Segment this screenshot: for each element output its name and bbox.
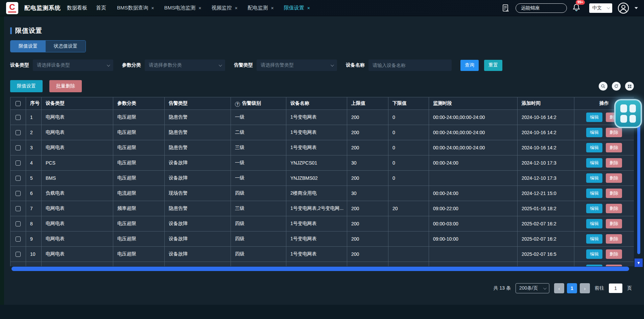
col-header-monitor-period: 监测时段 — [429, 97, 518, 110]
edit-button[interactable]: 编辑 — [586, 219, 602, 228]
cell-device-name: 1号变电网表 — [286, 216, 347, 231]
help-icon[interactable]: ? — [235, 102, 240, 107]
cell-monitor-period: 00:00-03:00 — [429, 216, 518, 231]
menu-item-home[interactable]: 首页 — [96, 5, 106, 11]
param-category-select[interactable]: 请选择参数分类 — [145, 59, 225, 71]
notifications-button[interactable]: 99+ — [572, 3, 580, 13]
delete-button[interactable]: 删除 — [606, 219, 622, 228]
edit-button[interactable]: 编辑 — [586, 158, 602, 168]
cell-device-type: 电网电表 — [42, 125, 113, 140]
cell-alarm-type: 隐患告警 — [165, 201, 231, 216]
device-type-select[interactable]: 请选择设备类型 — [33, 59, 113, 71]
delete-button[interactable]: 删除 — [606, 189, 622, 198]
row-checkbox[interactable] — [16, 206, 21, 211]
nav-tab-2[interactable]: BMS电池监测× — [164, 5, 201, 11]
cell-alarm-type: 设备故障 — [165, 231, 231, 247]
tab-limit-settings[interactable]: 限值设置 — [10, 41, 46, 52]
table-row: 2电网电表电压超限隐患告警二级1号变电网表200000:00-24:00,00:… — [10, 125, 634, 140]
cell-device-name: 1号变电网表 — [286, 125, 347, 140]
goto-page-input[interactable] — [609, 284, 622, 293]
cell-device-name: 2楼商业用电 — [286, 186, 347, 201]
query-button[interactable]: 查询 — [460, 60, 479, 71]
delete-button[interactable]: 删除 — [606, 265, 622, 266]
select-all-checkbox[interactable] — [16, 101, 21, 106]
next-page-button[interactable]: › — [580, 283, 590, 293]
floating-quick-menu-button[interactable] — [614, 99, 642, 128]
page-title: 限值设置 — [15, 26, 42, 35]
table-header-row: 序号 设备类型 参数分类 告警类型 ?告警级别 设备名称 上限值 下限值 监测时… — [10, 97, 634, 110]
cell-monitor-period: 00:00-24:00,00:00-24:00 — [429, 140, 518, 155]
cell-alarm-type: 设备故障 — [165, 171, 231, 186]
delete-button[interactable]: 删除 — [606, 158, 622, 168]
edit-button[interactable]: 编辑 — [586, 204, 602, 213]
table-search-button[interactable] — [599, 82, 607, 91]
row-checkbox[interactable] — [16, 191, 21, 196]
table-columns-button[interactable] — [625, 82, 634, 91]
col-header-device-name: 设备名称 — [286, 97, 347, 110]
limit-setting-button[interactable]: 限值设置 — [10, 80, 43, 92]
horizontal-scrollbar-thumb[interactable] — [11, 267, 629, 271]
reset-button[interactable]: 重置 — [484, 60, 502, 71]
cell-alarm-level: 一级 — [231, 110, 286, 125]
row-checkbox[interactable] — [16, 115, 21, 120]
row-checkbox[interactable] — [16, 176, 21, 181]
current-page-button[interactable]: 1 — [567, 283, 577, 293]
row-checkbox[interactable] — [16, 130, 21, 135]
station-selector[interactable]: 远能锦座 — [516, 3, 567, 13]
user-menu-caret-icon[interactable] — [635, 7, 638, 9]
batch-delete-button[interactable]: 批量删除 — [49, 80, 82, 92]
edit-button[interactable]: 编辑 — [586, 265, 602, 266]
nav-tab-4[interactable]: 配电监测× — [248, 5, 274, 11]
menu-item-dashboard[interactable]: 数据看板 — [67, 5, 87, 11]
delete-button[interactable]: 删除 — [606, 173, 622, 183]
nav-tab-3[interactable]: 视频监控× — [211, 5, 237, 11]
cell-index: 9 — [26, 231, 42, 247]
row-checkbox[interactable] — [16, 237, 21, 242]
row-checkbox[interactable] — [16, 221, 21, 226]
bottom-edge-strip — [0, 305, 644, 319]
tab-status-settings[interactable]: 状态值设置 — [46, 41, 86, 52]
edit-button[interactable]: 编辑 — [586, 249, 602, 259]
nav-tab-5[interactable]: 限值设置× — [284, 5, 310, 11]
tab-close-icon[interactable]: × — [307, 5, 310, 11]
limits-table: 序号 设备类型 参数分类 告警类型 ?告警级别 设备名称 上限值 下限值 监测时… — [10, 97, 634, 266]
col-header-upper-limit: 上限值 — [347, 97, 388, 110]
device-name-input[interactable] — [368, 59, 452, 71]
prev-page-button[interactable]: ‹ — [554, 283, 564, 293]
scroll-down-button[interactable]: ▼ — [635, 259, 643, 267]
language-select[interactable]: 中文 — [589, 3, 612, 13]
tab-close-icon[interactable]: × — [198, 5, 201, 11]
edit-button[interactable]: 编辑 — [586, 173, 602, 183]
cell-monitor-period: 09:00-10:00 — [429, 231, 518, 247]
alarm-type-select[interactable]: 请选择告警类型 — [257, 59, 337, 71]
tab-close-icon[interactable]: × — [151, 5, 154, 11]
delete-button[interactable]: 删除 — [606, 249, 622, 259]
edit-button[interactable]: 编辑 — [586, 143, 602, 152]
edit-button[interactable]: 编辑 — [586, 113, 602, 122]
tab-close-icon[interactable]: × — [271, 5, 274, 11]
edit-button[interactable]: 编辑 — [586, 128, 602, 137]
row-checkbox[interactable] — [16, 252, 21, 257]
delete-button[interactable]: 删除 — [606, 143, 622, 152]
report-icon[interactable] — [501, 4, 510, 13]
vertical-scrollbar-thumb[interactable] — [637, 111, 640, 254]
edit-button[interactable]: 编辑 — [586, 234, 602, 244]
tab-close-icon[interactable]: × — [235, 5, 237, 11]
page-size-select[interactable]: 200条/页 — [516, 283, 549, 293]
delete-button[interactable]: 删除 — [606, 234, 622, 244]
cell-lower-limit: 0 — [388, 171, 429, 186]
cell-param-category: 电压超限 — [113, 171, 165, 186]
table-row: 11光伏逆变器日发电量过低设备故障三级PVL智能光伏监控终端2002025-02… — [10, 262, 634, 267]
row-checkbox[interactable] — [16, 161, 21, 166]
cell-upper-limit: 30 — [347, 155, 388, 171]
edit-button[interactable]: 编辑 — [586, 189, 602, 198]
table-refresh-button[interactable] — [612, 82, 621, 91]
row-checkbox[interactable] — [16, 145, 21, 150]
cell-device-type: 电网电表 — [42, 140, 113, 155]
user-avatar[interactable] — [618, 2, 629, 14]
delete-button[interactable]: 删除 — [606, 128, 622, 137]
cell-monitor-period — [429, 247, 518, 262]
nav-tab-1[interactable]: BMS数据查询× — [117, 5, 154, 11]
delete-button[interactable]: 删除 — [606, 204, 622, 213]
horizontal-scrollbar[interactable] — [10, 267, 634, 271]
